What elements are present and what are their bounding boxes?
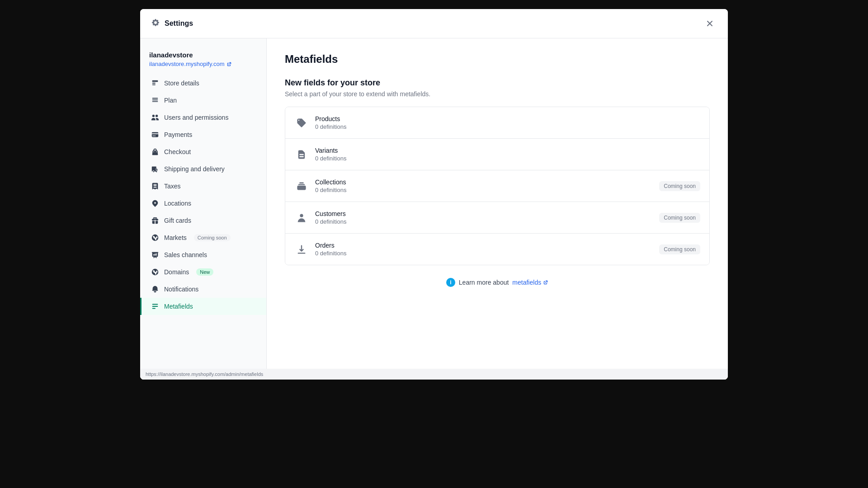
taxes-icon (151, 182, 160, 191)
sidebar-label-plan: Plan (164, 97, 177, 104)
modal-title: Settings (165, 19, 193, 28)
variants-metafield-icon (294, 147, 309, 162)
bell-icon (151, 285, 160, 294)
info-icon: i (446, 278, 455, 287)
section-subtitle: Select a part of your store to extend wi… (285, 90, 710, 98)
settings-sidebar: ilanadevstore ilanadevstore.myshopify.co… (140, 38, 267, 380)
sidebar-label-users-permissions: Users and permissions (164, 114, 228, 121)
metafields-icon (151, 302, 160, 311)
store-icon (151, 79, 160, 88)
sidebar-item-notifications[interactable]: Notifications (140, 281, 266, 298)
orders-metafield-icon (294, 242, 309, 257)
collections-coming-soon: Coming soon (659, 181, 700, 191)
sidebar-label-sales-channels: Sales channels (164, 251, 207, 258)
sidebar-label-locations: Locations (164, 200, 191, 207)
sidebar-item-metafields[interactable]: Metafields (140, 298, 266, 315)
sidebar-label-store-details: Store details (164, 80, 199, 87)
metafield-list: Products 0 definitions Variants (285, 107, 710, 265)
orders-label: Orders (315, 242, 346, 249)
sidebar-label-gift-cards: Gift cards (164, 217, 191, 224)
metafields-learn-more-link[interactable]: metafields (512, 279, 548, 286)
orders-sub: 0 definitions (315, 250, 346, 257)
sidebar-item-users-permissions[interactable]: Users and permissions (140, 109, 266, 126)
orders-coming-soon: Coming soon (659, 244, 700, 254)
products-sub: 0 definitions (315, 123, 346, 130)
sidebar-label-metafields: Metafields (164, 303, 193, 310)
metafield-item-customers[interactable]: Customers 0 definitions Coming soon (285, 202, 709, 234)
sidebar-item-checkout[interactable]: Checkout (140, 143, 266, 160)
store-url-link[interactable]: ilanadevstore.myshopify.com (149, 61, 257, 67)
markets-icon (151, 233, 160, 242)
metafield-item-variants[interactable]: Variants 0 definitions (285, 139, 709, 170)
status-bar: https://ilanadevstore.myshopify.com/admi… (140, 369, 728, 380)
sidebar-label-markets: Markets (164, 234, 187, 241)
checkout-icon (151, 147, 160, 156)
learn-more-section: i Learn more about metafields (285, 278, 710, 287)
sidebar-item-domains[interactable]: Domains New (140, 263, 266, 281)
close-button[interactable] (703, 16, 717, 31)
plan-icon (151, 96, 160, 105)
sidebar-item-taxes[interactable]: Taxes (140, 178, 266, 195)
markets-badge: Coming soon (194, 234, 231, 241)
sidebar-label-checkout: Checkout (164, 148, 191, 155)
products-metafield-icon (294, 116, 309, 130)
metafield-item-products[interactable]: Products 0 definitions (285, 107, 709, 139)
customers-coming-soon: Coming soon (659, 213, 700, 223)
gear-icon (151, 18, 160, 29)
products-label: Products (315, 115, 346, 122)
sidebar-label-notifications: Notifications (164, 286, 198, 293)
customers-metafield-icon (294, 211, 309, 225)
sidebar-item-store-details[interactable]: Store details (140, 75, 266, 92)
variants-label: Variants (315, 147, 346, 154)
sidebar-item-locations[interactable]: Locations (140, 195, 266, 212)
modal-header: Settings (140, 9, 728, 38)
shipping-icon (151, 164, 160, 174)
payments-icon (151, 130, 160, 139)
store-name: ilanadevstore (149, 51, 257, 59)
sidebar-item-plan[interactable]: Plan (140, 92, 266, 109)
domains-badge: New (196, 268, 213, 276)
gift-icon (151, 216, 160, 225)
collections-label: Collections (315, 178, 346, 186)
sidebar-item-markets[interactable]: Markets Coming soon (140, 229, 266, 246)
page-title: Metafields (285, 53, 710, 66)
customers-sub: 0 definitions (315, 218, 346, 225)
metafield-item-orders[interactable]: Orders 0 definitions Coming soon (285, 234, 709, 265)
sales-channels-icon (151, 250, 160, 259)
sidebar-item-gift-cards[interactable]: Gift cards (140, 212, 266, 229)
sidebar-item-sales-channels[interactable]: Sales channels (140, 246, 266, 263)
location-icon (151, 199, 160, 208)
variants-sub: 0 definitions (315, 155, 346, 162)
status-url: https://ilanadevstore.myshopify.com/admi… (146, 371, 263, 377)
customers-label: Customers (315, 210, 346, 217)
sidebar-label-shipping-delivery: Shipping and delivery (164, 165, 225, 173)
sidebar-item-payments[interactable]: Payments (140, 126, 266, 143)
collections-metafield-icon (294, 179, 309, 193)
store-info: ilanadevstore ilanadevstore.myshopify.co… (140, 47, 266, 75)
section-title: New fields for your store (285, 78, 710, 88)
main-content: Metafields New fields for your store Sel… (267, 38, 728, 380)
sidebar-item-shipping-delivery[interactable]: Shipping and delivery (140, 160, 266, 178)
users-icon (151, 113, 160, 122)
sidebar-label-payments: Payments (164, 131, 192, 138)
learn-more-text: Learn more about (459, 279, 509, 286)
domains-icon (151, 267, 160, 277)
sidebar-label-taxes: Taxes (164, 183, 181, 190)
metafield-item-collections[interactable]: Collections 0 definitions Coming soon (285, 170, 709, 202)
collections-sub: 0 definitions (315, 187, 346, 193)
sidebar-label-domains: Domains (164, 268, 189, 276)
